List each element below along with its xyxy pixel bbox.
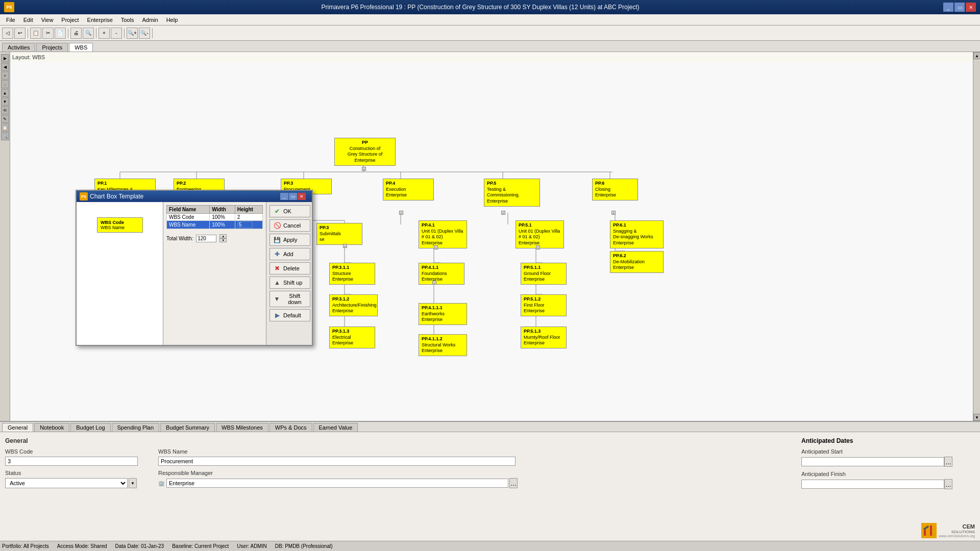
dialog-close[interactable]: ✕: [298, 193, 306, 200]
wbs-node-pp512[interactable]: PP.5.1.2 First Floor Enterprise: [521, 294, 567, 316]
node-pp4-expand[interactable]: -: [399, 211, 403, 215]
toolbar-btn-5[interactable]: 📄: [55, 28, 66, 39]
wbs-node-pp312[interactable]: PP.3.1.2 Architecture/Finishing Enterpri…: [329, 294, 378, 316]
wbs-node-pp411[interactable]: PP.4.1.1 Foundations Enterprise: [419, 263, 464, 285]
menu-admin[interactable]: Admin: [138, 16, 162, 24]
bottom-tab-spending-plan[interactable]: Spending Plan: [112, 423, 160, 432]
toolbar-zoom-out[interactable]: 🔍-: [139, 28, 150, 39]
anticipated-start-input[interactable]: [801, 457, 944, 466]
node-pp-expand[interactable]: -: [362, 167, 366, 171]
sidebar-icon-2[interactable]: ◀: [1, 63, 9, 71]
toolbar-btn-9[interactable]: -: [111, 28, 122, 39]
sidebar-icon-3[interactable]: +: [1, 71, 9, 80]
dialog-maximize[interactable]: ▭: [289, 193, 297, 200]
anticipated-start-browse[interactable]: ...: [944, 457, 952, 467]
menu-project[interactable]: Project: [57, 16, 83, 24]
bottom-tab-wbs-milestones[interactable]: WBS Milestones: [216, 423, 268, 432]
wbs-node-pp311[interactable]: PP.3.1.1 Structure Enterprise: [329, 263, 375, 285]
table-row-wbsname[interactable]: WBS Name 100%: [167, 221, 263, 229]
wbs-node-pp[interactable]: PP Construction of Grey Structure of Ent…: [334, 138, 396, 166]
total-width-input[interactable]: [196, 235, 216, 242]
sidebar-icon-10[interactable]: 🔍: [1, 132, 9, 140]
tab-wbs[interactable]: WBS: [69, 43, 93, 52]
wbs-node-pp513[interactable]: PP.5.1.3 Mumty/Roof Floor Enterprise: [521, 327, 567, 348]
bottom-tab-wps-docs[interactable]: WPs & Docs: [270, 423, 312, 432]
node-pp411-expand[interactable]: -: [432, 281, 436, 285]
toolbar-btn-3[interactable]: 📋: [30, 28, 41, 39]
anticipated-finish-input[interactable]: [801, 480, 944, 489]
sidebar-icon-9[interactable]: 📋: [1, 123, 9, 132]
wbs-node-pp511[interactable]: PP.5.1.1 Ground Floor Enterprise: [521, 263, 567, 285]
wbs-node-pp4111[interactable]: PP.4.1.1.1 Earthworks Enterprise: [419, 303, 467, 325]
wbs-node-pp61[interactable]: PP.6.1 Snagging & De-snagging Works Ente…: [610, 220, 664, 248]
table-row-wbscode[interactable]: WBS Code 100% 2: [167, 214, 263, 221]
wbs-node-pp51[interactable]: PP.5.1 Unit 01 (Duplex Villa # 01 & 02) …: [516, 220, 564, 248]
scroll-down[interactable]: ▼: [973, 414, 980, 421]
shift-down-button[interactable]: ▼ Shift down: [270, 291, 310, 307]
restore-button[interactable]: ▭: [954, 3, 965, 12]
minimize-button[interactable]: _: [943, 3, 953, 12]
toolbar-btn-7[interactable]: 🔍: [83, 28, 94, 39]
menu-help[interactable]: Help: [162, 16, 182, 24]
wbs-node-pp3-sub[interactable]: PP.3 Submittals se: [316, 223, 362, 245]
wbs-name-input[interactable]: [158, 457, 516, 466]
sidebar-icon-4[interactable]: -: [1, 80, 9, 88]
sidebar-icon-8[interactable]: ✎: [1, 115, 9, 123]
bottom-tab-notebook[interactable]: Notebook: [34, 423, 69, 432]
wbs-node-pp5[interactable]: PP.5 Testing & Commissioning. Enterprise: [484, 179, 540, 207]
menu-enterprise[interactable]: Enterprise: [83, 16, 117, 24]
status-dropdown-btn[interactable]: ▼: [129, 478, 137, 488]
node-pp3sub-expand[interactable]: -: [343, 244, 347, 248]
default-button[interactable]: ▶ Default: [270, 309, 310, 321]
menu-view[interactable]: View: [37, 16, 58, 24]
toolbar-btn-8[interactable]: +: [99, 28, 110, 39]
toolbar-btn-4[interactable]: ✂: [42, 28, 54, 39]
wbs-node-pp4[interactable]: PP.4 Execution Enterprise: [383, 179, 434, 201]
node-pp51-expand[interactable]: -: [536, 245, 540, 249]
resp-manager-browse[interactable]: ...: [509, 478, 518, 488]
row-wbsname-height-input[interactable]: [237, 221, 253, 228]
scroll-up[interactable]: ▲: [973, 52, 980, 59]
node-pp41-expand[interactable]: -: [434, 245, 438, 249]
tab-activities[interactable]: Activities: [2, 43, 35, 52]
toolbar-btn-6[interactable]: 🖨: [70, 28, 82, 39]
bottom-tab-earned-value[interactable]: Earned Value: [313, 423, 358, 432]
apply-button[interactable]: 💾 Apply: [270, 234, 310, 246]
tab-projects[interactable]: Projects: [36, 43, 68, 52]
anticipated-finish-browse[interactable]: ...: [944, 479, 952, 489]
status-group: Status Active ▼: [5, 470, 148, 488]
sidebar-icon-5[interactable]: ▲: [1, 89, 9, 97]
sidebar-icon-1[interactable]: ▶: [1, 54, 9, 62]
cancel-button[interactable]: 🚫 Cancel: [270, 219, 310, 232]
node-pp5-expand[interactable]: -: [501, 211, 505, 215]
toolbar-btn-2[interactable]: ↩: [14, 28, 26, 39]
close-button[interactable]: ✕: [966, 3, 976, 12]
sidebar-icon-7[interactable]: ⟲: [1, 106, 9, 114]
menu-edit[interactable]: Edit: [19, 16, 37, 24]
toolbar-zoom-in[interactable]: 🔍+: [127, 28, 138, 39]
bottom-tab-budget-log[interactable]: Budget Log: [70, 423, 110, 432]
toolbar-btn-1[interactable]: ◁: [2, 28, 13, 39]
bottom-tab-general[interactable]: General: [2, 423, 33, 432]
shift-up-button[interactable]: ▲ Shift up: [270, 277, 310, 289]
spinner-down[interactable]: ▼: [219, 238, 227, 242]
status-dropdown[interactable]: Active: [5, 478, 128, 488]
wbs-node-pp6[interactable]: PP.6 Closing Enterprise: [592, 179, 638, 201]
delete-button[interactable]: ✖ Delete: [270, 262, 310, 274]
sidebar-icon-6[interactable]: ▼: [1, 97, 9, 106]
wbs-code-input[interactable]: [5, 457, 138, 466]
menu-tools[interactable]: Tools: [117, 16, 138, 24]
ok-button[interactable]: ✔ OK: [270, 205, 310, 217]
wbs-node-pp313[interactable]: PP.3.1.3 Electrical Enterprise: [329, 327, 375, 348]
bottom-tab-budget-summary[interactable]: Budget Summary: [160, 423, 215, 432]
resp-manager-input[interactable]: [166, 479, 508, 488]
spinner-up[interactable]: ▲: [219, 234, 227, 238]
wbs-node-pp41[interactable]: PP.4.1 Unit 01 (Duplex Villa # 01 & 02) …: [419, 220, 467, 248]
dialog-minimize[interactable]: _: [280, 193, 288, 200]
wbs-node-pp4112[interactable]: PP.4.1.1.2 Structural Works Enterprise: [419, 334, 467, 356]
general-section: General WBS Code WBS Name: [5, 437, 791, 535]
node-pp6-expand[interactable]: -: [611, 211, 616, 215]
wbs-node-pp62[interactable]: PP.6.2 De-Mobilization Enterprise: [610, 251, 664, 273]
add-button[interactable]: ✚ Add: [270, 248, 310, 260]
menu-file[interactable]: File: [2, 16, 19, 24]
